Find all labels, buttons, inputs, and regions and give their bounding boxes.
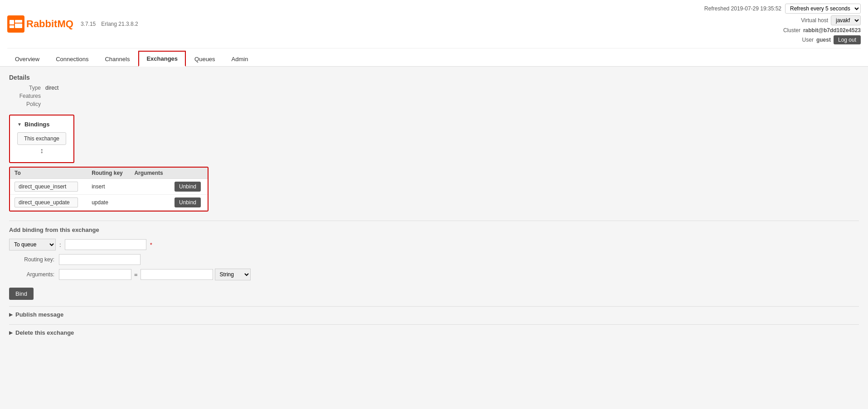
cluster-label: Cluster (783, 27, 800, 34)
user-label: User (802, 37, 814, 43)
arguments-label: Arguments: (9, 271, 59, 278)
type-label: Type (9, 85, 45, 91)
unbind-cell-2: Unbind (170, 195, 208, 211)
publish-message-label: Publish message (15, 311, 63, 318)
arrow-down-icon: ↕ (17, 147, 66, 155)
bindings-table-container: To Routing key Arguments direct_queue_in… (9, 167, 209, 212)
version-info: 3.7.15 Erlang 21.3.8.2 (81, 21, 138, 27)
rabbitmq-logo-icon (7, 15, 24, 33)
table-row: direct_queue_insert insert Unbind (10, 179, 208, 195)
arguments-2 (130, 195, 170, 211)
right-controls: Refreshed 2019-07-29 19:35:52 Refresh ev… (704, 4, 861, 44)
details-policy-row: Policy (9, 101, 859, 107)
bindings-header: ▼ Bindings (17, 121, 66, 128)
routing-key-2: update (87, 195, 130, 211)
refreshed-text: Refreshed 2019-07-29 19:35:52 (704, 5, 781, 12)
col-to: To (10, 168, 87, 179)
unbind-cell-1: Unbind (170, 179, 208, 195)
routing-key-label: Routing key: (9, 256, 59, 263)
publish-message-header[interactable]: ▶ Publish message (9, 311, 859, 318)
binding-to-1: direct_queue_insert (10, 179, 87, 195)
arguments-row: Arguments: = String Number Boolean (9, 269, 859, 280)
publish-message-section: ▶ Publish message (9, 306, 859, 318)
nav: Overview Connections Channels Exchanges … (7, 48, 861, 66)
details-title: Details (9, 74, 859, 81)
routing-key-row: Routing key: (9, 254, 859, 265)
details-type-row: Type direct (9, 85, 859, 91)
vhost-select[interactable]: javakf (831, 15, 861, 25)
bind-button[interactable]: Bind (9, 288, 34, 300)
queue-label-2: direct_queue_update (15, 197, 78, 207)
equals-sign: = (134, 271, 138, 278)
logo-text: RabbitMQ (26, 18, 73, 30)
nav-item-admin[interactable]: Admin (224, 52, 256, 66)
nav-item-connections[interactable]: Connections (48, 52, 96, 66)
delete-exchange-label: Delete this exchange (15, 329, 74, 336)
features-label: Features (9, 93, 45, 99)
bindings-box: ▼ Bindings This exchange ↕ (9, 115, 74, 163)
delete-exchange-header[interactable]: ▶ Delete this exchange (9, 329, 859, 336)
svg-rect-2 (10, 25, 14, 28)
required-star: * (150, 241, 152, 248)
delete-exchange-triangle-icon: ▶ (9, 330, 13, 335)
refresh-area: Refreshed 2019-07-29 19:35:52 Refresh ev… (704, 4, 861, 14)
svg-rect-4 (15, 24, 22, 28)
publish-message-triangle-icon: ▶ (9, 312, 13, 317)
details-table: Type direct Features Policy (9, 85, 859, 107)
unbind-button-2[interactable]: Unbind (175, 197, 201, 207)
vhost-label: Virtual host (801, 17, 828, 24)
table-row: direct_queue_update update Unbind (10, 195, 208, 211)
col-arguments: Arguments (130, 168, 170, 179)
bindings-table: To Routing key Arguments direct_queue_in… (10, 168, 208, 211)
cluster-value: rabbit@b7dd102e4523 (803, 27, 861, 34)
nav-item-channels[interactable]: Channels (97, 52, 137, 66)
svg-rect-3 (15, 20, 22, 23)
this-exchange-button[interactable]: This exchange (17, 132, 66, 145)
arguments-1 (130, 179, 170, 195)
user-value: guest (816, 37, 831, 43)
bindings-chevron-icon: ▼ (17, 122, 22, 127)
nav-item-queues[interactable]: Queues (187, 52, 223, 66)
policy-label: Policy (9, 101, 45, 107)
vhost-area: Virtual host javakf (801, 15, 861, 25)
arguments-key-input[interactable] (59, 269, 131, 280)
add-binding-title: Add binding from this exchange (9, 221, 859, 233)
type-value: direct (45, 85, 58, 91)
logout-button[interactable]: Log out (834, 35, 861, 44)
table-header-row: To Routing key Arguments (10, 168, 208, 179)
erlang-label: Erlang 21.3.8.2 (101, 21, 138, 27)
queue-label-1: direct_queue_insert (15, 182, 78, 192)
delete-exchange-section: ▶ Delete this exchange (9, 324, 859, 336)
bindings-title: Bindings (24, 121, 50, 128)
svg-rect-1 (10, 20, 14, 24)
unbind-button-1[interactable]: Unbind (175, 182, 201, 192)
logo: RabbitMQ (7, 15, 73, 33)
col-routing-key: Routing key (87, 168, 130, 179)
to-queue-row: To queue To exchange : * (9, 239, 859, 250)
cluster-area: Cluster rabbit@b7dd102e4523 (783, 27, 861, 34)
to-queue-select[interactable]: To queue To exchange (9, 239, 56, 250)
to-queue-input[interactable] (65, 239, 146, 250)
binding-to-2: direct_queue_update (10, 195, 87, 211)
routing-key-1: insert (87, 179, 130, 195)
arguments-value-input[interactable] (141, 269, 213, 280)
user-area: User guest Log out (802, 35, 861, 44)
col-actions (170, 168, 208, 179)
routing-key-input[interactable] (59, 254, 141, 265)
colon-separator: : (58, 241, 63, 248)
nav-item-exchanges[interactable]: Exchanges (138, 51, 186, 67)
arguments-type-select[interactable]: String Number Boolean (215, 269, 251, 280)
refresh-select[interactable]: Refresh every 5 seconds Manually Every 1… (785, 4, 861, 14)
nav-item-overview[interactable]: Overview (7, 52, 47, 66)
details-features-row: Features (9, 93, 859, 99)
version-label: 3.7.15 (81, 21, 96, 27)
